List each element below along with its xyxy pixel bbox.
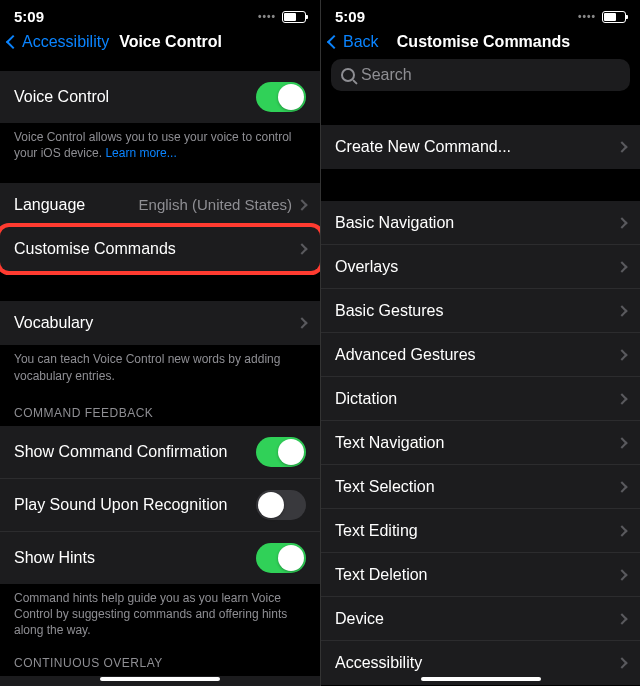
phone-left: 5:09 •••• Accessibility Voice Control Vo… (0, 0, 320, 686)
chevron-right-icon (616, 261, 627, 272)
chevron-right-icon (616, 613, 627, 624)
row-category[interactable]: Basic Gestures (321, 289, 640, 333)
status-time: 5:09 (335, 8, 365, 25)
chevron-right-icon (616, 525, 627, 536)
row-label: Voice Control (14, 88, 256, 106)
search-icon (341, 68, 355, 82)
chevron-right-icon (616, 141, 627, 152)
nav-bar: Accessibility Voice Control (0, 27, 320, 61)
row-category[interactable]: Text Deletion (321, 553, 640, 597)
learn-more-link[interactable]: Learn more... (105, 146, 176, 160)
row-label: Language (14, 196, 139, 214)
group-create-new: Create New Command... (321, 125, 640, 169)
row-label: Text Navigation (335, 434, 618, 452)
status-bar: 5:09 •••• (0, 0, 320, 27)
search-wrap: Search (321, 59, 640, 101)
home-indicator[interactable] (100, 677, 220, 681)
phone-right: 5:09 •••• Back Customise Commands Search… (320, 0, 640, 686)
row-label: Customise Commands (14, 240, 298, 258)
group-command-categories: Basic NavigationOverlaysBasic GesturesAd… (321, 201, 640, 685)
row-category[interactable]: Advanced Gestures (321, 333, 640, 377)
chevron-right-icon (616, 437, 627, 448)
group-vocabulary: Vocabulary (0, 301, 320, 345)
status-indicators: •••• (258, 11, 306, 23)
vocabulary-description: You can teach Voice Control new words by… (0, 345, 320, 383)
row-category[interactable]: Text Navigation (321, 421, 640, 465)
row-category[interactable]: Device (321, 597, 640, 641)
row-label: Advanced Gestures (335, 346, 618, 364)
row-label: Show Hints (14, 549, 256, 567)
row-show-hints[interactable]: Show Hints (0, 532, 320, 584)
status-time: 5:09 (14, 8, 44, 25)
home-indicator[interactable] (421, 677, 541, 681)
row-category[interactable]: Basic Navigation (321, 201, 640, 245)
group-language-commands: Language English (United States) Customi… (0, 183, 320, 271)
back-label: Accessibility (22, 33, 109, 51)
chevron-left-icon (327, 35, 341, 49)
row-show-confirmation[interactable]: Show Command Confirmation (0, 426, 320, 479)
chevron-right-icon (296, 244, 307, 255)
row-label: Overlays (335, 258, 618, 276)
row-category[interactable]: Dictation (321, 377, 640, 421)
back-label: Back (343, 33, 379, 51)
row-language[interactable]: Language English (United States) (0, 183, 320, 227)
header-command-feedback: COMMAND FEEDBACK (0, 406, 320, 426)
battery-icon (602, 11, 626, 23)
toggle-show-confirmation[interactable] (256, 437, 306, 467)
row-label: Accessibility (335, 654, 618, 672)
row-category[interactable]: Overlays (321, 245, 640, 289)
search-placeholder: Search (361, 66, 412, 84)
row-label: Vocabulary (14, 314, 298, 332)
back-button[interactable]: Accessibility (8, 33, 109, 51)
chevron-right-icon (296, 318, 307, 329)
row-play-sound[interactable]: Play Sound Upon Recognition (0, 479, 320, 532)
back-button[interactable]: Back (329, 33, 379, 51)
toggle-show-hints[interactable] (256, 543, 306, 573)
show-hints-description: Command hints help guide you as you lear… (0, 584, 320, 639)
row-label: Text Deletion (335, 566, 618, 584)
toggle-play-sound[interactable] (256, 490, 306, 520)
chevron-right-icon (616, 481, 627, 492)
chevron-right-icon (616, 657, 627, 668)
row-vocabulary[interactable]: Vocabulary (0, 301, 320, 345)
page-title: Voice Control (119, 33, 222, 51)
chevron-right-icon (616, 305, 627, 316)
chevron-right-icon (616, 569, 627, 580)
search-input[interactable]: Search (331, 59, 630, 91)
chevron-right-icon (616, 217, 627, 228)
group-command-feedback: Show Command Confirmation Play Sound Upo… (0, 426, 320, 584)
row-label: Create New Command... (335, 138, 618, 156)
commands-scroll[interactable]: Create New Command... Basic NavigationOv… (321, 101, 640, 686)
row-label: Basic Navigation (335, 214, 618, 232)
toggle-voice-control[interactable] (256, 82, 306, 112)
voice-control-description: Voice Control allows you to use your voi… (0, 123, 320, 161)
battery-icon (282, 11, 306, 23)
nav-bar: Back Customise Commands (321, 27, 640, 59)
signal-dots: •••• (578, 11, 596, 22)
signal-dots: •••• (258, 11, 276, 22)
row-category[interactable]: Text Editing (321, 509, 640, 553)
group-voice-control: Voice Control (0, 71, 320, 123)
row-label: Basic Gestures (335, 302, 618, 320)
row-label: Text Editing (335, 522, 618, 540)
row-label: Show Command Confirmation (14, 443, 256, 461)
chevron-right-icon (296, 199, 307, 210)
row-create-new-command[interactable]: Create New Command... (321, 125, 640, 169)
settings-scroll[interactable]: Voice Control Voice Control allows you t… (0, 61, 320, 686)
chevron-right-icon (616, 393, 627, 404)
header-continuous-overlay: CONTINUOUS OVERLAY (0, 656, 320, 676)
status-bar: 5:09 •••• (321, 0, 640, 27)
row-label: Text Selection (335, 478, 618, 496)
row-label: Device (335, 610, 618, 628)
row-voice-control-toggle[interactable]: Voice Control (0, 71, 320, 123)
chevron-right-icon (616, 349, 627, 360)
row-customise-commands[interactable]: Customise Commands (0, 227, 320, 271)
row-value: English (United States) (139, 196, 292, 213)
row-label: Play Sound Upon Recognition (14, 496, 256, 514)
row-label: Dictation (335, 390, 618, 408)
status-indicators: •••• (578, 11, 626, 23)
chevron-left-icon (6, 35, 20, 49)
row-category[interactable]: Text Selection (321, 465, 640, 509)
